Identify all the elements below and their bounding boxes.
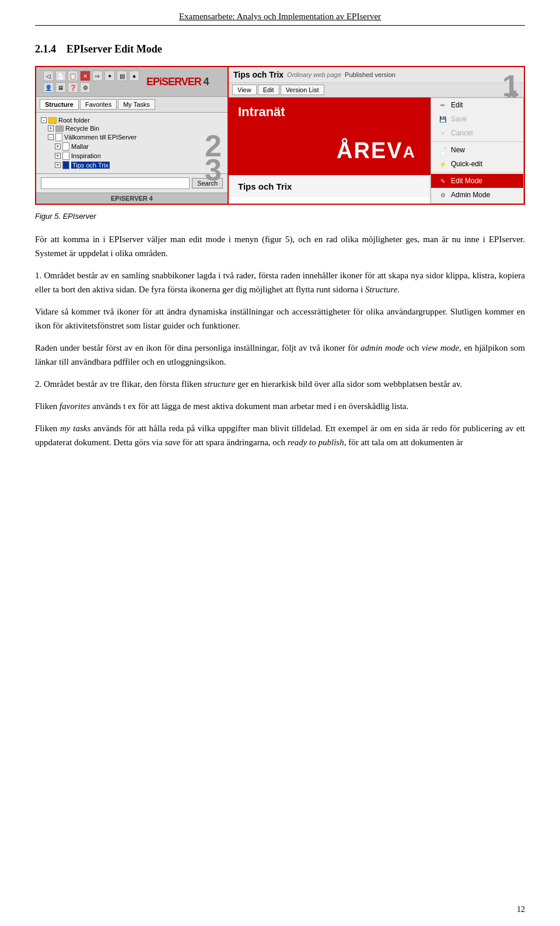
adminmode-icon: ⚙ — [438, 190, 447, 200]
tree-label-inspiration: Inspiration — [71, 152, 101, 159]
ctx-divider-3 — [431, 203, 523, 204]
tree-item-tips[interactable]: + Tips och Trix — [55, 160, 223, 170]
tab-structure[interactable]: Structure — [40, 99, 79, 110]
epi-logo: EPiSERVER — [146, 76, 201, 88]
expand-tips[interactable]: + — [55, 162, 61, 168]
search-area: Search — [36, 173, 228, 193]
body-paragraph-3: Vidare så kommer två ikoner för att ändr… — [35, 305, 525, 333]
body-paragraph-2: 1. Området består av en samling snabbiko… — [35, 268, 525, 296]
page-number: 12 — [517, 905, 525, 914]
page-icon-mallar — [62, 142, 69, 151]
body-paragraph-1: För att komma in i EPIserver väljer man … — [35, 232, 525, 260]
page-icon-tips — [62, 161, 69, 169]
epi-logo-number: 4 — [203, 76, 209, 88]
toolbar-icon-2[interactable]: 📄 — [55, 71, 66, 81]
left-panel-tabs: Structure Favorites My Tasks — [36, 97, 228, 113]
expand-recycle[interactable]: + — [48, 125, 54, 131]
toolbar-icon-7[interactable]: ▤ — [117, 71, 127, 81]
ctx-quick-label: Quick-edit — [451, 160, 482, 168]
tree-label-recycle: Recycle Bin — [65, 125, 99, 132]
header-title[interactable]: Examensarbete: Analys och Implementation… — [179, 12, 381, 21]
body-paragraph-4: Raden under består först av en ikon för … — [35, 341, 525, 369]
toolbar-icon-5[interactable]: ⇨ — [92, 71, 103, 81]
tree-item-inspiration[interactable]: + Inspiration — [55, 151, 223, 160]
tree-item-root[interactable]: - Root folder — [41, 116, 223, 124]
page-header: Examensarbete: Analys och Implementation… — [35, 12, 525, 26]
toolbar-icon-8[interactable]: ● — [129, 71, 139, 81]
ctx-edit-mode[interactable]: ✎ Edit Mode — [431, 174, 523, 188]
toolbar-icon-6[interactable]: ✦ — [104, 71, 115, 81]
page-icon-welcome — [55, 133, 62, 141]
tab-edit[interactable]: Edit — [258, 85, 279, 95]
toolbar-icon-12[interactable]: ⚙ — [80, 82, 90, 93]
expand-mallar[interactable]: + — [55, 144, 61, 149]
content-area: Intranät ÅREVA Tips och Trix I EPiServer… — [229, 97, 524, 204]
toolbar-icon-3[interactable]: 📋 — [68, 71, 78, 81]
tab-view[interactable]: View — [232, 85, 257, 95]
right-published-badge: Published version — [345, 71, 396, 78]
ctx-new-label: New — [451, 146, 465, 154]
folder-icon-root — [48, 117, 57, 124]
tree-item-mallar[interactable]: + Mallar — [55, 142, 223, 151]
new-icon: 📄 — [438, 145, 447, 155]
quick-edit-icon: ⚡ — [438, 159, 447, 169]
tree-label-welcome: Välkommen till EPiServer — [64, 134, 136, 141]
ctx-cancel[interactable]: ✕ Cancel — [431, 126, 523, 140]
ctx-divider-2 — [431, 172, 523, 173]
editmode-icon: ✎ — [438, 176, 447, 186]
body-paragraph-7: Fliken my tasks används för att hålla re… — [35, 421, 525, 449]
ctx-cancel-label: Cancel — [451, 129, 473, 137]
right-panel: Tips och Trix Ordinary web page Publishe… — [229, 67, 524, 204]
screenshot-figure: ◁ 📄 📋 ✕ ⇨ ✦ ▤ ● 👤 🖥 ❓ ⚙ EPiSERVER — [35, 66, 525, 205]
toolbar-icon-9[interactable]: 👤 — [43, 82, 54, 93]
expand-root[interactable]: - — [41, 117, 47, 123]
ctx-edit[interactable]: ✏ Edit — [431, 98, 523, 112]
toolbar-icon-10[interactable]: 🖥 — [55, 82, 66, 93]
right-page-title: Tips och Trix — [233, 70, 284, 79]
epi-bottom-bar: EPiSERVER 4 — [36, 193, 228, 204]
tree-label-root: Root folder — [58, 117, 90, 124]
ctx-admin-mode[interactable]: ⚙ Admin Mode — [431, 188, 523, 202]
right-page-type: Ordinary web page — [287, 71, 341, 78]
ctx-new[interactable]: 📄 New — [431, 143, 523, 157]
tree-item-recycle[interactable]: + Recycle Bin — [48, 124, 223, 132]
tree-area: - Root folder + Recycle Bin - Välkommen … — [36, 113, 228, 173]
body-paragraph-5: 2. Området består av tre flikar, den för… — [35, 377, 525, 391]
tab-favorites[interactable]: Favorites — [80, 99, 117, 110]
section-heading: 2.1.4 EPIserver Edit Mode — [35, 43, 162, 55]
page-icon-inspiration — [62, 152, 69, 160]
body-paragraph-6: Fliken favorites används t ex för att lä… — [35, 399, 525, 413]
badge-3: 3 — [205, 152, 222, 187]
save-icon: 💾 — [438, 114, 447, 124]
tree-item-welcome[interactable]: - Välkommen till EPiServer — [48, 132, 223, 142]
view-tabs-bar: View Edit Version List 4 — [229, 83, 524, 97]
search-input[interactable] — [41, 177, 190, 189]
tab-my-tasks[interactable]: My Tasks — [118, 99, 155, 110]
tree-label-tips: Tips och Trix — [71, 162, 110, 169]
ctx-save[interactable]: 💾 Save — [431, 112, 523, 126]
epi-logo-bar: ◁ 📄 📋 ✕ ⇨ ✦ ▤ ● 👤 🖥 ❓ ⚙ EPiSERVER — [36, 67, 228, 97]
context-menu: ✏ Edit 💾 Save ✕ Cancel 📄 New ⚡ — [430, 97, 524, 204]
toolbar-icon-11[interactable]: ❓ — [68, 82, 78, 93]
toolbar-icon-1[interactable]: ◁ — [43, 71, 54, 81]
ctx-divider-1 — [431, 141, 523, 142]
ctx-edit-label: Edit — [451, 101, 463, 109]
ctx-save-label: Save — [451, 115, 467, 123]
ctx-editmode-label: Edit Mode — [451, 177, 482, 185]
tree-label-mallar: Mallar — [71, 143, 89, 150]
expand-welcome[interactable]: - — [48, 134, 54, 140]
toolbar-icon-delete[interactable]: ✕ — [80, 71, 90, 81]
left-panel: ◁ 📄 📋 ✕ ⇨ ✦ ▤ ● 👤 🖥 ❓ ⚙ EPiSERVER — [36, 67, 229, 204]
ctx-adminmode-label: Admin Mode — [451, 191, 490, 199]
right-top-bar: Tips och Trix Ordinary web page Publishe… — [229, 67, 524, 83]
expand-inspiration[interactable]: + — [55, 153, 61, 159]
figure-caption: Figur 5. EPIserver — [35, 212, 525, 221]
folder-icon-recycle — [55, 125, 64, 132]
edit-icon: ✏ — [438, 100, 447, 110]
areva-logo-text: ÅREVA — [337, 138, 416, 163]
cancel-icon: ✕ — [438, 128, 447, 138]
tab-version-list[interactable]: Version List — [281, 85, 324, 95]
ctx-quick-edit[interactable]: ⚡ Quick-edit — [431, 157, 523, 171]
